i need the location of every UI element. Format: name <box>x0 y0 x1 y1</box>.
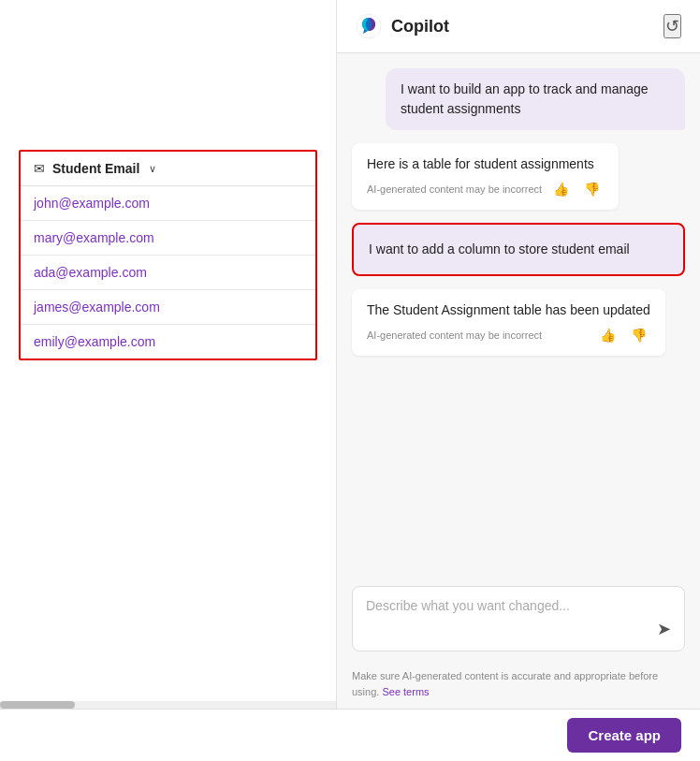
table-row[interactable]: emily@example.com <box>21 325 315 359</box>
ai-message-2: The Student Assignment table has been up… <box>352 289 665 356</box>
ai-message-2-text: The Student Assignment table has been up… <box>367 300 650 320</box>
chevron-down-icon: ∨ <box>149 163 156 175</box>
thumbs-down-button-2[interactable]: 👎 <box>627 326 650 344</box>
table-row[interactable]: ada@example.com <box>21 256 315 290</box>
copilot-title-area: Copilot <box>356 13 449 39</box>
ai-disclaimer-1: AI-generated content may be incorrect <box>367 183 542 195</box>
table-row[interactable]: mary@example.com <box>21 221 315 256</box>
ai-message-2-footer: AI-generated content may be incorrect 👍 … <box>367 326 650 344</box>
email-rows: john@example.com mary@example.com ada@ex… <box>21 186 315 359</box>
ai-message-1-text: Here is a table for student assignments <box>367 154 604 174</box>
copilot-panel: Copilot ↺ I want to build an app to trac… <box>337 0 700 709</box>
input-area: Describe what you want changed... ➤ <box>337 575 700 663</box>
refresh-button[interactable]: ↺ <box>664 14 681 38</box>
chat-input-box[interactable]: Describe what you want changed... ➤ <box>352 586 685 651</box>
copilot-header: Copilot ↺ <box>337 0 700 53</box>
send-button[interactable]: ➤ <box>657 619 671 639</box>
column-label: Student Email <box>52 161 139 176</box>
ai-message-1: Here is a table for student assignments … <box>352 143 619 210</box>
email-column-table: ✉ Student Email ∨ john@example.com mary@… <box>19 150 317 360</box>
thumbs-up-button-2[interactable]: 👍 <box>596 326 620 344</box>
horizontal-scrollbar[interactable] <box>0 701 336 709</box>
ai-message-1-footer: AI-generated content may be incorrect 👍 … <box>367 180 604 198</box>
input-placeholder: Describe what you want changed... <box>366 598 671 613</box>
disclaimer-row: Make sure AI-generated content is accura… <box>337 663 700 709</box>
main-layout: ✉ Student Email ∨ john@example.com mary@… <box>0 0 700 709</box>
see-terms-link[interactable]: See terms <box>382 686 429 697</box>
email-icon: ✉ <box>34 161 45 176</box>
copilot-title: Copilot <box>391 17 449 37</box>
ai-actions-1: 👍 👎 <box>549 180 604 198</box>
bottom-bar: Create app <box>0 709 700 761</box>
thumbs-down-button-1[interactable]: 👎 <box>580 180 604 198</box>
table-row[interactable]: james@example.com <box>21 290 315 325</box>
ai-actions-2: 👍 👎 <box>596 326 650 344</box>
ai-disclaimer-2: AI-generated content may be incorrect <box>367 329 542 341</box>
table-row[interactable]: john@example.com <box>21 186 315 221</box>
chat-area: I want to build an app to track and mana… <box>337 53 700 575</box>
thumbs-up-button-1[interactable]: 👍 <box>549 180 573 198</box>
table-header[interactable]: ✉ Student Email ∨ <box>21 152 315 186</box>
create-app-button[interactable]: Create app <box>567 718 681 753</box>
user-message-1: I want to build an app to track and mana… <box>386 68 685 130</box>
copilot-logo-icon <box>356 13 382 39</box>
left-panel: ✉ Student Email ∨ john@example.com mary@… <box>0 0 337 709</box>
scroll-thumb[interactable] <box>0 701 75 709</box>
user-message-2-highlighted: I want to add a column to store student … <box>352 223 685 276</box>
